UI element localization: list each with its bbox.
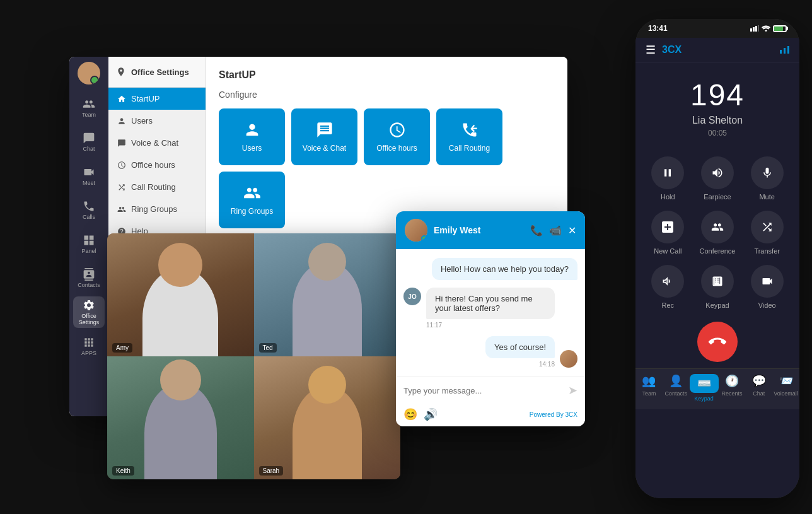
phone-nav-chat-icon: 💬 xyxy=(752,374,766,388)
chat-close-icon[interactable]: ✕ xyxy=(568,225,576,237)
nav-item-ring-groups[interactable]: Ring Groups xyxy=(108,198,206,220)
phone-menu-icon[interactable]: ☰ xyxy=(646,43,656,57)
video-cell-2: Ted xyxy=(254,233,401,356)
call-action-conference[interactable]: Conference xyxy=(698,211,738,255)
call-action-mute[interactable]: Mute xyxy=(747,156,787,201)
sidebar-team-label: Team xyxy=(82,112,96,118)
call-action-transfer[interactable]: Transfer xyxy=(747,211,787,255)
sidebar-item-calls[interactable]: Calls xyxy=(73,194,105,226)
phone-nav-contacts-label: Contacts xyxy=(664,390,687,397)
chat-header-icons: 📞 📹 ✕ xyxy=(530,225,576,237)
message-in-time: 11:17 xyxy=(426,322,577,329)
main-title: StartUP xyxy=(219,69,555,81)
sidebar-item-apps[interactable]: APPS xyxy=(73,330,105,362)
video-cell-1: Amy xyxy=(107,233,254,356)
call-action-video[interactable]: Video xyxy=(747,265,787,309)
chat-footer-icons: 😊 🔊 xyxy=(403,407,438,421)
config-card-voice-chat[interactable]: Voice & Chat xyxy=(291,108,357,165)
sidebar-item-chat[interactable]: Chat xyxy=(73,126,105,158)
phone-nav-team-icon: 👥 xyxy=(642,374,656,388)
video-cell-3: Keith xyxy=(107,356,254,479)
sidebar-item-contacts[interactable]: Contacts xyxy=(73,262,105,294)
phone-nav-chat-label: Chat xyxy=(753,390,765,397)
phone-nav-keypad[interactable]: ⌨️ Keypad xyxy=(690,374,719,402)
config-card-office-hours[interactable]: Office hours xyxy=(364,108,430,165)
svg-rect-2 xyxy=(755,26,757,32)
chat-footer: 😊 🔊 Powered By 3CX xyxy=(396,404,585,426)
video-label: Video xyxy=(758,301,776,309)
config-card-ring-groups-label: Ring Groups xyxy=(231,207,273,216)
mute-icon xyxy=(751,156,784,189)
nav-item-office-hours[interactable]: Office hours xyxy=(108,154,206,176)
call-action-keypad[interactable]: Keypad xyxy=(698,265,738,309)
chat-messages: Hello! How can we help you today? JO Hi … xyxy=(396,249,585,377)
phone-nav-keypad-bg: ⌨️ xyxy=(690,374,719,393)
phone-nav-voicemail-label: Voicemail xyxy=(774,390,798,397)
phone-nav-recents-label: Recents xyxy=(721,390,742,397)
call-number: 194 xyxy=(635,62,799,115)
message-out-avatar-2 xyxy=(560,350,577,368)
phone-nav-voicemail-icon: 📨 xyxy=(779,374,793,388)
sidebar-item-meet[interactable]: Meet xyxy=(73,160,105,192)
chat-contact-name: Emily West xyxy=(434,225,524,235)
chat-send-icon[interactable]: ➤ xyxy=(568,383,577,397)
svg-rect-0 xyxy=(750,28,752,32)
chat-contact-avatar xyxy=(405,219,427,242)
video-name-ted: Ted xyxy=(259,343,277,353)
phone-nav-voicemail[interactable]: 📨 Voicemail xyxy=(772,374,799,402)
call-action-hold[interactable]: Hold xyxy=(648,156,688,201)
chat-video-icon[interactable]: 📹 xyxy=(549,225,562,237)
nav-item-voice-chat[interactable]: Voice & Chat xyxy=(108,132,206,154)
chat-message-input[interactable] xyxy=(403,386,563,395)
sidebar-item-panel[interactable]: Panel xyxy=(73,228,105,260)
call-action-new-call[interactable]: New Call xyxy=(648,211,688,255)
video-name-keith: Keith xyxy=(112,466,134,476)
phone-nav-team-label: Team xyxy=(642,390,656,397)
sidebar-item-team[interactable]: Team xyxy=(73,92,105,124)
call-end-button[interactable] xyxy=(697,322,738,362)
rec-icon xyxy=(651,265,684,298)
sidebar-contacts-label: Contacts xyxy=(78,282,100,288)
hold-icon xyxy=(651,156,684,189)
video-icon xyxy=(751,265,784,298)
call-actions-grid: Hold Earpiece Mute New Cal xyxy=(635,150,799,315)
config-card-users[interactable]: Users xyxy=(219,108,285,165)
sidebar-meet-label: Meet xyxy=(83,180,95,186)
phone-device: 13:41 ☰ 3CX 194 Lia Shelton 00:05 xyxy=(635,19,799,498)
phone-notch: 13:41 xyxy=(635,19,799,38)
emoji-icon[interactable]: 😊 xyxy=(403,407,417,421)
transfer-icon xyxy=(751,211,784,243)
audio-icon[interactable]: 🔊 xyxy=(424,407,438,421)
new-call-icon xyxy=(651,211,684,243)
sidebar-icons: Team Chat Meet Calls Panel Contacts Offi… xyxy=(69,57,108,416)
config-card-ring-groups[interactable]: Ring Groups xyxy=(219,172,285,228)
chat-header: Emily West 📞 📹 ✕ xyxy=(396,211,585,249)
config-card-users-label: Users xyxy=(242,144,262,153)
nav-item-startup[interactable]: StartUP xyxy=(108,88,206,110)
phone-nav-chat[interactable]: 💬 Chat xyxy=(745,374,772,402)
message-in-avatar: JO xyxy=(403,288,421,305)
sidebar-item-settings[interactable]: Office Settings xyxy=(73,296,105,328)
nav-item-call-routing[interactable]: Call Routing xyxy=(108,176,206,198)
phone-nav-contacts[interactable]: 👤 Contacts xyxy=(663,374,690,402)
svg-rect-1 xyxy=(753,27,755,32)
config-card-voice-chat-label: Voice & Chat xyxy=(303,144,346,153)
call-action-rec[interactable]: Rec xyxy=(648,265,688,309)
transfer-label: Transfer xyxy=(754,247,780,255)
configure-label: Configure xyxy=(219,90,555,100)
message-out-row-2: Yes of course! 14:18 xyxy=(485,336,577,368)
keypad-label: Keypad xyxy=(705,301,729,309)
config-card-call-routing[interactable]: Call Routing xyxy=(436,108,502,165)
sidebar-apps-label: APPS xyxy=(81,350,96,356)
sidebar-settings-label: Office Settings xyxy=(73,313,105,325)
chat-call-icon[interactable]: 📞 xyxy=(530,225,543,237)
call-duration: 00:05 xyxy=(635,129,799,137)
config-card-call-routing-label: Call Routing xyxy=(449,144,490,153)
call-action-earpiece[interactable]: Earpiece xyxy=(698,156,738,201)
nav-header: Office Settings xyxy=(108,57,206,88)
phone-nav-recents[interactable]: 🕐 Recents xyxy=(719,374,746,402)
new-call-label: New Call xyxy=(654,247,682,255)
phone-nav-team[interactable]: 👥 Team xyxy=(635,374,663,402)
nav-item-users[interactable]: Users xyxy=(108,110,206,132)
phone-signal xyxy=(780,46,789,54)
